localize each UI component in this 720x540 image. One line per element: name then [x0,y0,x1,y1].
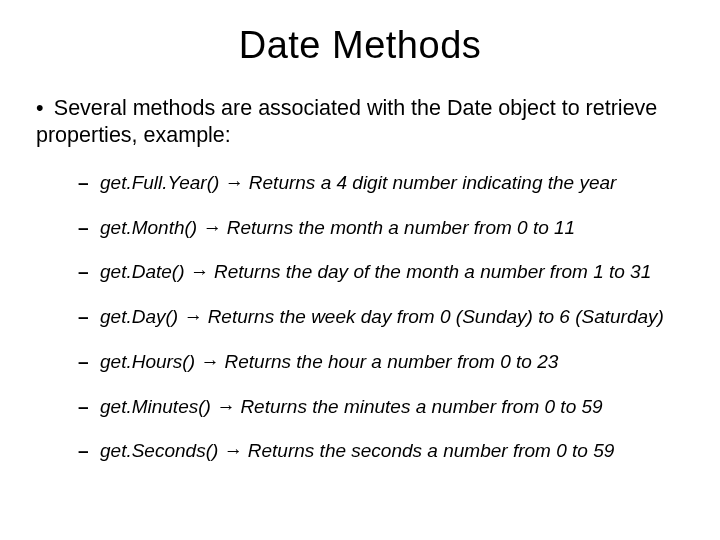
lead-text: Several methods are associated with the … [36,96,657,147]
list-item: get.Minutes() → Returns the minutes a nu… [78,395,684,419]
lead-paragraph: • Several methods are associated with th… [36,95,684,149]
slide: Date Methods • Several methods are assoc… [0,0,720,540]
methods-list: get.Full.Year() → Returns a 4 digit numb… [36,171,684,463]
list-item: get.Hours() → Returns the hour a number … [78,350,684,374]
list-item: get.Day() → Returns the week day from 0 … [78,305,684,329]
list-item: get.Seconds() → Returns the seconds a nu… [78,439,684,463]
list-item: get.Full.Year() → Returns a 4 digit numb… [78,171,684,195]
list-item: get.Date() → Returns the day of the mont… [78,260,684,284]
slide-title: Date Methods [36,24,684,67]
bullet-icon: • [36,95,48,122]
list-item: get.Month() → Returns the month a number… [78,216,684,240]
